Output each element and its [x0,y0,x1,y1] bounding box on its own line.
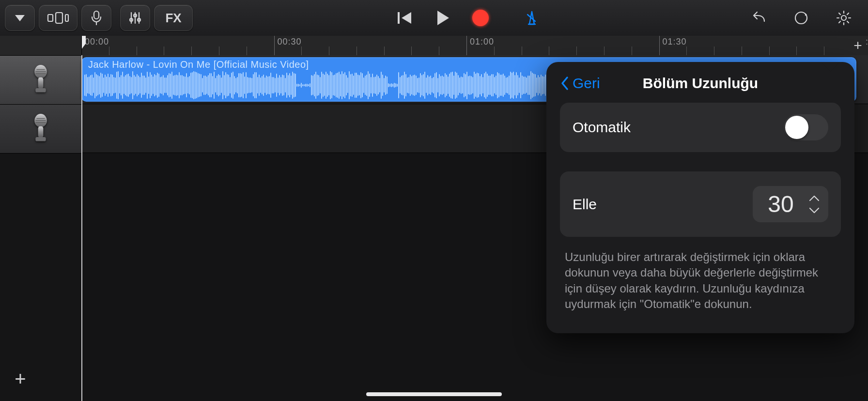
time-ruler[interactable]: 00:0000:3001:0001:3002:00 [81,36,868,56]
svg-marker-0 [15,15,25,21]
back-label: Geri [573,75,600,92]
popover-title: Bölüm Uzunluğu [560,75,841,92]
play-button[interactable] [423,5,462,31]
undo-button[interactable] [744,5,773,31]
svg-marker-14 [437,11,449,25]
microphone-icon [30,113,51,144]
svg-rect-12 [398,12,400,24]
automatic-toggle[interactable] [784,114,828,140]
ruler-label: 00:00 [85,37,109,47]
top-toolbar: FX [0,0,868,36]
mixer-button[interactable] [120,5,150,31]
popover-header: Geri Bölüm Uzunluğu [560,73,841,94]
svg-rect-21 [38,77,44,89]
manual-stepper[interactable]: 30 [753,186,828,222]
ruler-label: 01:00 [470,37,494,47]
track-header-1[interactable] [0,56,81,105]
track-header-2[interactable] [0,105,81,154]
automatic-label: Otomatik [573,119,631,136]
svg-rect-1 [48,15,53,21]
svg-rect-3 [65,15,68,21]
ruler-label: 01:30 [663,37,687,47]
settings-button[interactable] [829,5,858,31]
add-track-button[interactable]: + [9,367,32,390]
track-headers: + [0,36,82,401]
section-length-popover: Geri Bölüm Uzunluğu Otomatik Elle 30 Uzu… [546,62,854,333]
view-menu-button[interactable] [5,5,35,31]
svg-rect-22 [35,88,46,93]
chevron-up-icon[interactable] [809,195,820,201]
svg-rect-4 [94,11,99,19]
svg-point-18 [841,15,846,20]
chevron-down-icon[interactable] [809,207,820,214]
region-title: Jack Harlow - Lovin On Me [Official Musi… [88,59,309,70]
ruler-label: 00:30 [278,37,302,47]
fx-button[interactable]: FX [154,5,193,31]
svg-marker-13 [402,12,411,24]
toggle-knob [785,116,808,139]
metronome-button[interactable] [517,5,546,31]
svg-rect-24 [38,126,44,138]
manual-card: Elle 30 [560,171,841,237]
manual-value: 30 [761,191,800,217]
record-button[interactable] [466,5,495,31]
loop-button[interactable] [787,5,816,31]
help-text: Uzunluğu birer artırarak değiştirmek içi… [560,249,841,312]
ruler-corner [0,36,81,56]
fx-label: FX [165,11,181,26]
playhead-line[interactable] [81,55,82,401]
manual-label: Elle [573,196,597,213]
back-button[interactable]: Geri [560,75,600,92]
chevron-left-icon [560,76,570,91]
automatic-card: Otomatik [560,103,841,152]
go-to-start-button[interactable] [390,5,419,31]
microphone-icon [30,64,51,95]
svg-rect-2 [56,13,62,23]
track-view-button[interactable] [39,5,78,31]
record-icon [472,10,489,26]
home-indicator[interactable] [366,392,502,396]
microphone-button[interactable] [81,5,111,31]
add-section-button[interactable]: + [850,36,866,55]
svg-rect-25 [35,137,46,141]
